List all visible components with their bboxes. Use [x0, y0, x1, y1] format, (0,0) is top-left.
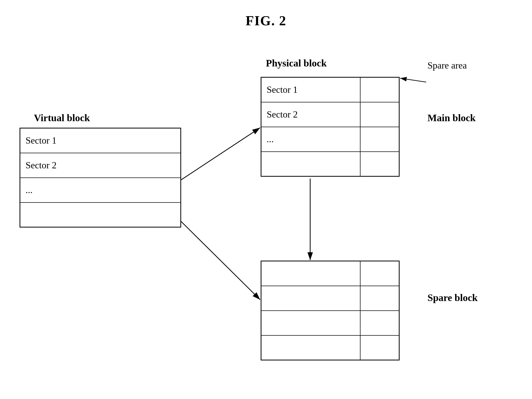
spare-block-cell-1 — [261, 261, 360, 286]
table-row — [261, 152, 399, 176]
table-row: ... — [20, 178, 181, 202]
physical-sector-empty — [261, 152, 360, 176]
spare-block-spare-1 — [360, 261, 399, 286]
spare-block-spare-3 — [360, 311, 399, 335]
virtual-block-table: Sector 1 Sector 2 ... — [20, 128, 181, 228]
physical-spare-1 — [360, 77, 399, 102]
table-row — [261, 261, 399, 286]
spare-block-cell-3 — [261, 311, 360, 335]
fig-title: FIG. 2 — [0, 0, 532, 28]
physical-sector-1: Sector 1 — [261, 77, 360, 102]
physical-spare-2 — [360, 102, 399, 127]
virtual-sector-2: Sector 2 — [20, 153, 181, 178]
svg-line-3 — [181, 222, 260, 300]
physical-spare-3 — [360, 127, 399, 152]
spare-block-spare-2 — [360, 286, 399, 311]
main-block-label: Main block — [427, 112, 476, 124]
table-row: Sector 2 — [20, 153, 181, 178]
spare-block-cell-4 — [261, 335, 360, 360]
virtual-sector-1: Sector 1 — [20, 128, 181, 153]
table-row: ... — [261, 127, 399, 152]
spare-block-label: Spare block — [427, 292, 478, 303]
table-row: Sector 1 — [261, 77, 399, 102]
physical-block-label: Physical block — [266, 57, 327, 69]
spare-block-spare-4 — [360, 335, 399, 360]
spare-block-table — [261, 261, 400, 360]
physical-block-table: Sector 1 Sector 2 ... — [261, 77, 400, 177]
physical-sector-dots: ... — [261, 127, 360, 152]
table-row — [261, 335, 399, 360]
virtual-block-label: Virtual block — [34, 112, 90, 124]
table-row: Sector 1 — [20, 128, 181, 153]
svg-line-4 — [400, 78, 426, 82]
table-row: Sector 2 — [261, 102, 399, 127]
physical-spare-4 — [360, 152, 399, 176]
spare-block-cell-2 — [261, 286, 360, 311]
virtual-sector-empty — [20, 202, 181, 227]
virtual-sector-dots: ... — [20, 178, 181, 202]
svg-line-1 — [181, 128, 260, 180]
physical-sector-2: Sector 2 — [261, 102, 360, 127]
table-row — [261, 286, 399, 311]
spare-area-label: Spare area — [427, 60, 467, 71]
table-row — [261, 311, 399, 335]
table-row — [20, 202, 181, 227]
